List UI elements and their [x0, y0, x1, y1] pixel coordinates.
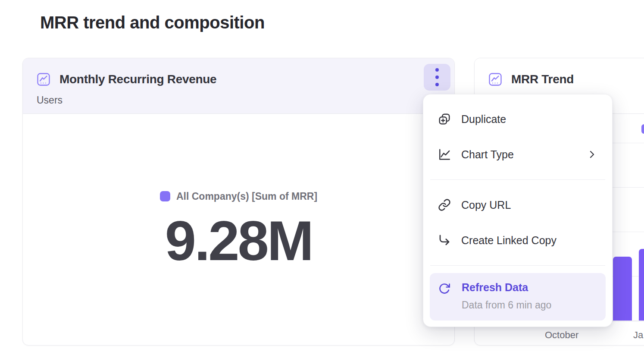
- refresh-icon: [438, 283, 450, 295]
- mrr-card-header: Monthly Recurring Revenue Users: [23, 58, 454, 114]
- mrr-card-body: All Company(s) [Sum of MRR] 9.28M: [23, 114, 454, 345]
- menu-item-create-linked-copy[interactable]: Create Linked Copy: [423, 223, 612, 258]
- menu-divider: [430, 265, 605, 266]
- legend-swatch-icon: [641, 124, 644, 134]
- mrr-legend-label: All Company(s) [Sum of MRR]: [176, 191, 317, 202]
- x-axis-label: Ja: [633, 330, 643, 341]
- card-menu-button[interactable]: [424, 64, 450, 91]
- refresh-status-text: Data from 6 min ago: [462, 299, 551, 311]
- menu-item-label: Copy URL: [461, 199, 597, 211]
- menu-item-label: Refresh Data: [462, 281, 551, 294]
- trend-card-title: MRR Trend: [511, 72, 574, 86]
- chart-type-icon: [438, 148, 451, 161]
- menu-item-duplicate[interactable]: Duplicate: [423, 101, 612, 137]
- chart-icon: [37, 72, 50, 86]
- chevron-right-icon: [587, 150, 597, 159]
- menu-item-label: Chart Type: [461, 148, 577, 161]
- trend-bar[interactable]: [613, 257, 632, 321]
- legend-swatch-icon: [160, 191, 170, 201]
- trend-bar[interactable]: [639, 249, 644, 321]
- chart-icon: [488, 72, 502, 86]
- mrr-card-subtitle: Users: [37, 94, 63, 106]
- link-icon: [438, 198, 451, 211]
- x-axis-label: October: [545, 330, 578, 341]
- menu-item-copy-url[interactable]: Copy URL: [423, 187, 612, 223]
- menu-item-label: Duplicate: [461, 113, 597, 126]
- menu-item-refresh-data[interactable]: Refresh Data Data from 6 min ago: [430, 273, 606, 321]
- mrr-card: Monthly Recurring Revenue Users All Comp…: [22, 58, 455, 346]
- mrr-card-title: Monthly Recurring Revenue: [59, 72, 216, 86]
- linked-copy-icon: [438, 234, 451, 247]
- mrr-legend: All Company(s) [Sum of MRR]: [160, 191, 317, 202]
- menu-item-chart-type[interactable]: Chart Type: [423, 137, 612, 172]
- dashboard-page: MRR trend and composition Monthly Recurr…: [0, 0, 644, 352]
- page-title: MRR trend and composition: [40, 13, 265, 32]
- card-context-menu: Duplicate Chart Type: [423, 94, 613, 327]
- duplicate-icon: [438, 113, 451, 126]
- kebab-icon: [435, 68, 439, 72]
- mrr-big-value: 9.28M: [165, 213, 312, 269]
- menu-item-label: Create Linked Copy: [461, 234, 597, 247]
- menu-divider: [430, 179, 605, 180]
